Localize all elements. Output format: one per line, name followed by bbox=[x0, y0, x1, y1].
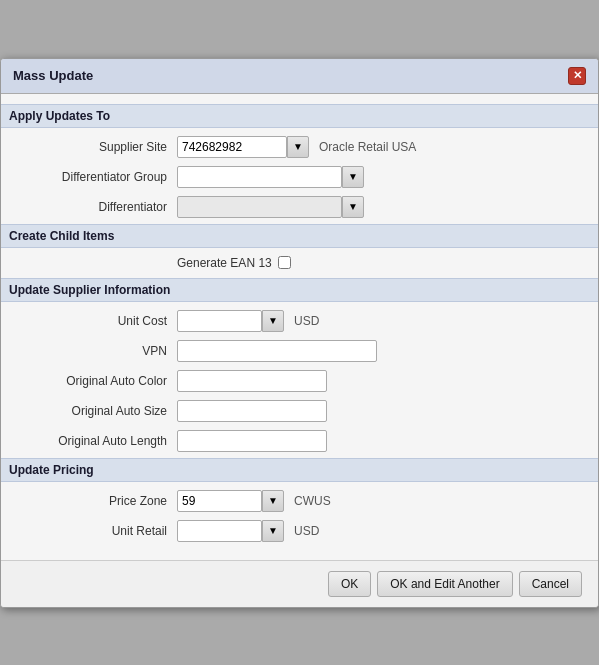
unit-retail-label: Unit Retail bbox=[17, 524, 177, 538]
differentiator-dropdown-btn[interactable]: ▼ bbox=[342, 196, 364, 218]
unit-cost-input[interactable] bbox=[177, 310, 262, 332]
diff-group-input[interactable] bbox=[177, 166, 342, 188]
vpn-control bbox=[177, 340, 377, 362]
price-zone-text: CWUS bbox=[294, 494, 331, 508]
unit-retail-input[interactable] bbox=[177, 520, 262, 542]
dialog-header: Mass Update ✕ bbox=[1, 59, 598, 94]
price-zone-label: Price Zone bbox=[17, 494, 177, 508]
dialog-title: Mass Update bbox=[13, 68, 93, 83]
price-zone-input[interactable] bbox=[177, 490, 262, 512]
orig-auto-size-row: Original Auto Size bbox=[17, 400, 582, 422]
unit-retail-input-group: ▼ bbox=[177, 520, 284, 542]
orig-auto-length-input[interactable] bbox=[177, 430, 327, 452]
generate-ean-checkbox[interactable] bbox=[278, 256, 291, 269]
orig-auto-size-control bbox=[177, 400, 327, 422]
unit-cost-dropdown-btn[interactable]: ▼ bbox=[262, 310, 284, 332]
vpn-input[interactable] bbox=[177, 340, 377, 362]
unit-cost-currency: USD bbox=[294, 314, 319, 328]
cancel-button[interactable]: Cancel bbox=[519, 571, 582, 597]
dialog-footer: OK OK and Edit Another Cancel bbox=[1, 560, 598, 607]
orig-auto-length-row: Original Auto Length bbox=[17, 430, 582, 452]
generate-ean-row: Generate EAN 13 bbox=[177, 256, 582, 270]
orig-auto-color-input[interactable] bbox=[177, 370, 327, 392]
unit-retail-control: ▼ USD bbox=[177, 520, 319, 542]
differentiator-label: Differentiator bbox=[17, 200, 177, 214]
differentiator-input-group: ▼ bbox=[177, 196, 364, 218]
ok-edit-another-button[interactable]: OK and Edit Another bbox=[377, 571, 512, 597]
price-zone-dropdown-btn[interactable]: ▼ bbox=[262, 490, 284, 512]
orig-auto-length-control bbox=[177, 430, 327, 452]
supplier-site-dropdown-btn[interactable]: ▼ bbox=[287, 136, 309, 158]
supplier-site-input[interactable] bbox=[177, 136, 287, 158]
section-apply-updates: Apply Updates To bbox=[1, 104, 598, 128]
generate-ean-label: Generate EAN 13 bbox=[177, 256, 272, 270]
supplier-site-label: Supplier Site bbox=[17, 140, 177, 154]
price-zone-input-group: ▼ bbox=[177, 490, 284, 512]
unit-cost-row: Unit Cost ▼ USD bbox=[17, 310, 582, 332]
unit-cost-input-group: ▼ bbox=[177, 310, 284, 332]
supplier-site-text: Oracle Retail USA bbox=[319, 140, 416, 154]
vpn-row: VPN bbox=[17, 340, 582, 362]
diff-group-label: Differentiator Group bbox=[17, 170, 177, 184]
differentiator-control: ▼ bbox=[177, 196, 364, 218]
diff-group-row: Differentiator Group ▼ bbox=[17, 166, 582, 188]
price-zone-row: Price Zone ▼ CWUS bbox=[17, 490, 582, 512]
mass-update-dialog: Mass Update ✕ Apply Updates To Supplier … bbox=[0, 58, 599, 608]
orig-auto-color-row: Original Auto Color bbox=[17, 370, 582, 392]
section-update-supplier: Update Supplier Information bbox=[1, 278, 598, 302]
differentiator-input[interactable] bbox=[177, 196, 342, 218]
vpn-label: VPN bbox=[17, 344, 177, 358]
orig-auto-color-control bbox=[177, 370, 327, 392]
orig-auto-color-label: Original Auto Color bbox=[17, 374, 177, 388]
supplier-site-control: ▼ Oracle Retail USA bbox=[177, 136, 416, 158]
supplier-site-row: Supplier Site ▼ Oracle Retail USA bbox=[17, 136, 582, 158]
unit-cost-control: ▼ USD bbox=[177, 310, 319, 332]
orig-auto-length-label: Original Auto Length bbox=[17, 434, 177, 448]
unit-retail-currency: USD bbox=[294, 524, 319, 538]
close-button[interactable]: ✕ bbox=[568, 67, 586, 85]
unit-retail-row: Unit Retail ▼ USD bbox=[17, 520, 582, 542]
supplier-site-input-group: ▼ bbox=[177, 136, 309, 158]
diff-group-control: ▼ bbox=[177, 166, 364, 188]
unit-cost-label: Unit Cost bbox=[17, 314, 177, 328]
differentiator-row: Differentiator ▼ bbox=[17, 196, 582, 218]
ok-button[interactable]: OK bbox=[328, 571, 371, 597]
section-update-pricing: Update Pricing bbox=[1, 458, 598, 482]
orig-auto-size-label: Original Auto Size bbox=[17, 404, 177, 418]
orig-auto-size-input[interactable] bbox=[177, 400, 327, 422]
diff-group-input-group: ▼ bbox=[177, 166, 364, 188]
diff-group-dropdown-btn[interactable]: ▼ bbox=[342, 166, 364, 188]
price-zone-control: ▼ CWUS bbox=[177, 490, 331, 512]
unit-retail-dropdown-btn[interactable]: ▼ bbox=[262, 520, 284, 542]
section-create-child: Create Child Items bbox=[1, 224, 598, 248]
dialog-body: Apply Updates To Supplier Site ▼ Oracle … bbox=[1, 94, 598, 560]
